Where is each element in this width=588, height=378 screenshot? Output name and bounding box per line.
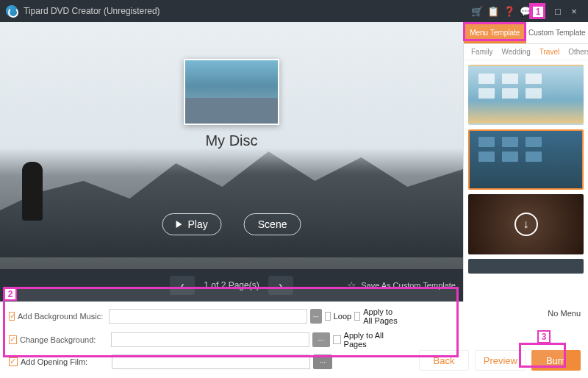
option-row-bg: Change Background: ··· Apply to All Page… bbox=[9, 331, 403, 349]
template-thumb bbox=[478, 74, 495, 84]
input-film-path[interactable] bbox=[112, 354, 310, 369]
label-no-menu: No Menu bbox=[548, 309, 581, 318]
prev-page-button[interactable]: ‹ bbox=[170, 276, 195, 295]
pager-bar: ‹ 1 of 2 Page(s) › ☆ Save As Custom Temp… bbox=[0, 269, 463, 302]
minimize-button[interactable]: – bbox=[534, 3, 550, 19]
checkbox-add-music[interactable] bbox=[9, 312, 15, 321]
browse-music-button[interactable]: ··· bbox=[310, 309, 322, 324]
play-button[interactable]: Play bbox=[162, 213, 222, 235]
option-row-music: Add Background Music: ··· Loop Apply to … bbox=[9, 307, 403, 325]
option-row-film: Add Opening Film: ··· bbox=[9, 354, 403, 369]
checkbox-change-bg[interactable] bbox=[9, 335, 17, 344]
burn-button[interactable]: Burn bbox=[531, 350, 581, 371]
input-music-path[interactable] bbox=[109, 309, 307, 324]
checkbox-apply-all-music[interactable] bbox=[354, 312, 360, 321]
label-loop: Loop bbox=[334, 312, 351, 321]
tab-menu-template[interactable]: Menu Template bbox=[464, 22, 526, 43]
save-template-button[interactable]: ☆ Save As Custom Template bbox=[347, 279, 456, 291]
cat-family[interactable]: Family bbox=[467, 48, 497, 56]
label-change-bg: Change Background: bbox=[20, 335, 108, 344]
template-thumb bbox=[502, 137, 518, 147]
menu-preview: My Disc Play Scene ‹ 1 of 2 Page(s) › ☆ … bbox=[0, 22, 463, 302]
template-item-selected[interactable] bbox=[468, 129, 584, 190]
help-icon[interactable]: ❓ bbox=[501, 3, 517, 19]
label-add-music: Add Background Music: bbox=[18, 312, 106, 321]
category-tabs: Family Wedding Travel Others ◀▶ bbox=[464, 44, 588, 60]
template-thumb bbox=[478, 151, 495, 162]
scene-label: Scene bbox=[258, 218, 287, 230]
cat-others[interactable]: Others bbox=[564, 48, 588, 56]
template-thumb bbox=[478, 88, 495, 99]
template-thumb bbox=[478, 137, 495, 147]
label-add-film: Add Opening Film: bbox=[21, 357, 109, 366]
checkbox-add-film[interactable] bbox=[9, 357, 18, 366]
template-list: ↓ bbox=[464, 60, 588, 302]
template-item[interactable] bbox=[468, 259, 584, 274]
titlebar: Tipard DVD Creator (Unregistered) 🛒 📋 ❓ … bbox=[0, 0, 588, 22]
cat-travel[interactable]: Travel bbox=[535, 48, 564, 56]
play-label: Play bbox=[188, 218, 208, 230]
star-icon: ☆ bbox=[347, 279, 356, 291]
label-apply-all-1: Apply to All Pages bbox=[363, 307, 402, 325]
checkbox-loop[interactable] bbox=[325, 312, 331, 321]
bottom-panel: Add Background Music: ··· Loop Apply to … bbox=[0, 302, 588, 378]
cat-wedding[interactable]: Wedding bbox=[497, 48, 534, 56]
template-thumb bbox=[526, 88, 542, 99]
label-apply-all-2: Apply to All Pages bbox=[344, 331, 403, 349]
cart-icon[interactable]: 🛒 bbox=[469, 3, 485, 19]
play-icon bbox=[176, 221, 182, 228]
main-area: My Disc Play Scene ‹ 1 of 2 Page(s) › ☆ … bbox=[0, 22, 588, 302]
maximize-button[interactable]: □ bbox=[550, 3, 566, 19]
no-menu-option: No Menu bbox=[419, 309, 581, 318]
checkbox-apply-all-bg[interactable] bbox=[333, 335, 341, 344]
next-page-button[interactable]: › bbox=[268, 276, 293, 295]
action-panel: No Menu Back Preview Burn bbox=[412, 302, 588, 378]
template-tabs: Menu Template Custom Template bbox=[464, 22, 588, 44]
browse-bg-button[interactable]: ··· bbox=[312, 332, 329, 347]
person-graphic bbox=[22, 162, 43, 221]
app-title: Tipard DVD Creator (Unregistered) bbox=[24, 6, 160, 16]
back-button[interactable]: Back bbox=[419, 350, 470, 371]
input-bg-path[interactable] bbox=[111, 332, 309, 347]
download-icon: ↓ bbox=[514, 213, 538, 236]
template-sidebar: Menu Template Custom Template Family Wed… bbox=[463, 22, 588, 302]
save-template-label: Save As Custom Template bbox=[361, 281, 456, 290]
browse-film-button[interactable]: ··· bbox=[313, 354, 332, 369]
template-thumb bbox=[502, 151, 518, 162]
preview-button[interactable]: Preview bbox=[475, 350, 526, 371]
template-thumb bbox=[502, 88, 518, 99]
template-thumb bbox=[502, 74, 518, 84]
template-thumb bbox=[526, 74, 542, 84]
action-buttons: Back Preview Burn bbox=[419, 350, 581, 371]
template-item-download[interactable]: ↓ bbox=[468, 194, 584, 254]
feedback-icon[interactable]: 💬 bbox=[517, 3, 534, 19]
register-icon[interactable]: 📋 bbox=[485, 3, 501, 19]
scene-button[interactable]: Scene bbox=[244, 213, 301, 235]
template-thumb bbox=[526, 137, 542, 147]
menu-options: Add Background Music: ··· Loop Apply to … bbox=[0, 302, 412, 378]
app-logo-icon bbox=[6, 5, 18, 17]
template-thumb bbox=[526, 151, 542, 162]
page-indicator: 1 of 2 Page(s) bbox=[204, 280, 259, 290]
disc-title[interactable]: My Disc bbox=[205, 132, 257, 149]
close-button[interactable]: × bbox=[566, 3, 582, 19]
template-item[interactable] bbox=[468, 65, 584, 125]
video-thumbnail[interactable] bbox=[184, 59, 279, 125]
tab-custom-template[interactable]: Custom Template bbox=[526, 22, 589, 43]
